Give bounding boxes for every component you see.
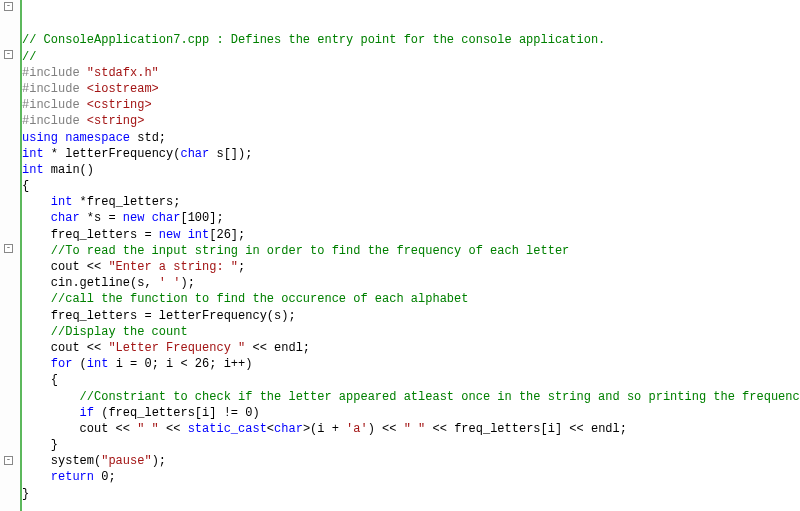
code-text: (freq_letters[i] != 0) xyxy=(94,406,260,420)
code-text xyxy=(22,406,80,420)
code-text: << freq_letters[i] << endl; xyxy=(425,422,627,436)
preprocessor: #include xyxy=(22,82,87,96)
fold-box-for[interactable]: - xyxy=(4,456,13,465)
type-keyword: int xyxy=(87,357,109,371)
char-literal: ' ' xyxy=(159,276,181,290)
code-line: freq_letters = letterFrequency(s); xyxy=(22,308,800,324)
code-text: freq_letters = xyxy=(22,228,159,242)
keyword: using xyxy=(22,131,58,145)
code-text: [100]; xyxy=(180,211,223,225)
code-comment: //call the function to find the occurenc… xyxy=(22,292,468,306)
string-literal: "Enter a string: " xyxy=(108,260,238,274)
code-text xyxy=(144,211,151,225)
keyword: return xyxy=(51,470,94,484)
code-text: ); xyxy=(180,276,194,290)
string-literal: " " xyxy=(404,422,426,436)
code-line: } xyxy=(22,486,800,502)
code-text xyxy=(22,195,51,209)
keyword: new xyxy=(123,211,145,225)
type-keyword: int xyxy=(51,195,73,209)
code-text: < xyxy=(267,422,274,436)
code-text xyxy=(22,470,51,484)
code-text: i = 0; i < 26; i++) xyxy=(108,357,252,371)
code-text: cout << xyxy=(22,260,108,274)
fold-box-include[interactable]: - xyxy=(4,50,13,59)
code-text: ; xyxy=(238,260,245,274)
keyword: for xyxy=(51,357,73,371)
code-comment: //To read the input string in order to f… xyxy=(22,244,569,258)
code-text: << endl; xyxy=(245,341,310,355)
code-text: [26]; xyxy=(209,228,245,242)
code-comment: // xyxy=(22,50,36,64)
code-text xyxy=(22,211,51,225)
code-text: system( xyxy=(22,454,101,468)
include-path: <cstring> xyxy=(87,98,152,112)
preprocessor: #include xyxy=(22,98,87,112)
code-text: << xyxy=(159,422,188,436)
include-path: <string> xyxy=(87,114,145,128)
type-keyword: char xyxy=(274,422,303,436)
code-line: { xyxy=(22,372,800,388)
code-comment: //Display the count xyxy=(22,325,188,339)
keyword: namespace xyxy=(65,131,130,145)
code-text xyxy=(22,357,51,371)
code-text: cin.getline(s, xyxy=(22,276,159,290)
type-keyword: int xyxy=(22,163,44,177)
preprocessor: #include xyxy=(22,114,87,128)
code-text: s[]); xyxy=(209,147,252,161)
string-literal: "stdafx.h" xyxy=(87,66,159,80)
code-text: cout << xyxy=(22,341,108,355)
code-comment: // ConsoleApplication7.cpp : Defines the… xyxy=(22,33,605,47)
code-text xyxy=(180,228,187,242)
code-text: cout << xyxy=(22,422,137,436)
string-literal: "Letter Frequency " xyxy=(108,341,245,355)
include-path: <iostream> xyxy=(87,82,159,96)
code-text: >(i + xyxy=(303,422,346,436)
fold-gutter: - - - - xyxy=(0,0,20,511)
fold-box-main[interactable]: - xyxy=(4,244,13,253)
code-line: } xyxy=(22,437,800,453)
type-keyword: int xyxy=(22,147,44,161)
code-text: *s = xyxy=(80,211,123,225)
fold-box-line1[interactable]: - xyxy=(4,2,13,11)
type-keyword: char xyxy=(180,147,209,161)
string-literal: " " xyxy=(137,422,159,436)
code-text: ) << xyxy=(368,422,404,436)
keyword: static_cast xyxy=(188,422,267,436)
code-text: *freq_letters; xyxy=(72,195,180,209)
code-line: { xyxy=(22,178,800,194)
type-keyword: char xyxy=(51,211,80,225)
string-literal: "pause" xyxy=(101,454,151,468)
code-text: * letterFrequency( xyxy=(44,147,181,161)
keyword: if xyxy=(80,406,94,420)
code-text: 0; xyxy=(94,470,116,484)
preprocessor: #include xyxy=(22,66,87,80)
type-keyword: int xyxy=(188,228,210,242)
code-text: ( xyxy=(72,357,86,371)
type-keyword: char xyxy=(152,211,181,225)
char-literal: 'a' xyxy=(346,422,368,436)
change-indicator xyxy=(20,0,22,511)
code-editor[interactable]: // ConsoleApplication7.cpp : Defines the… xyxy=(20,0,800,511)
code-text: main() xyxy=(44,163,94,177)
keyword: new xyxy=(159,228,181,242)
code-comment: //Constriant to check if the letter appe… xyxy=(22,390,800,404)
code-text: std; xyxy=(130,131,166,145)
code-text: ); xyxy=(152,454,166,468)
